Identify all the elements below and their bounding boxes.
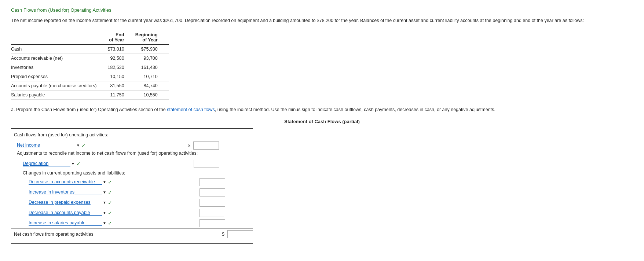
instruction-text: a. Prepare the Cash Flows from (used for… <box>11 107 633 112</box>
depreciation-input[interactable] <box>194 160 219 168</box>
line-item-row-4: Increase in salaries payableDecrease in … <box>11 218 253 228</box>
row-begin: $75,930 <box>135 44 169 54</box>
table-row: Accounts payable (merchandise creditors)… <box>11 81 169 90</box>
table-row: Inventories 182,530 161,430 <box>11 63 169 72</box>
net-income-check: ✓ <box>81 143 86 148</box>
depreciation-dropdown[interactable]: DepreciationAmortization <box>23 161 70 166</box>
col-header-label <box>11 31 107 44</box>
line-item-check-1: ✓ <box>108 190 112 195</box>
line-item-check-4: ✓ <box>108 220 112 226</box>
row-end: $73,010 <box>107 44 135 54</box>
net-income-dropdown-wrapper: Net incomeNet loss ▼ ✓ <box>17 143 86 148</box>
net-cash-row: Net cash flows from operating activities… <box>11 228 253 240</box>
net-income-row: Net incomeNet loss ▼ ✓ $ <box>11 140 253 151</box>
line-item-arrow-2[interactable]: ▼ <box>103 201 106 205</box>
changes-label: Changes in current operating assets and … <box>11 170 253 176</box>
line-item-arrow-4[interactable]: ▼ <box>103 221 106 225</box>
line-item-input-0[interactable] <box>200 178 225 186</box>
row-begin: 10,550 <box>135 90 169 99</box>
row-end: 182,530 <box>107 63 135 72</box>
line-item-dropdown-wrapper-4: Increase in salaries payableDecrease in … <box>29 220 112 226</box>
line-item-dropdown-4[interactable]: Increase in salaries payableDecrease in … <box>29 220 102 226</box>
line-item-dropdown-2[interactable]: Decrease in prepaid expensesIncrease in … <box>29 200 102 205</box>
balance-table: Endof Year Beginningof Year Cash $73,010… <box>11 31 169 100</box>
line-item-dropdown-0[interactable]: Decrease in accounts receivableIncrease … <box>29 179 102 185</box>
row-begin: 93,700 <box>135 54 169 63</box>
net-cash-label: Net cash flows from operating activities <box>14 232 220 237</box>
page-title: Cash Flows from (Used for) Operating Act… <box>11 7 633 13</box>
intro-text: The net income reported on the income st… <box>11 17 633 24</box>
row-begin: 10,710 <box>135 72 169 81</box>
col-header-end: Endof Year <box>107 31 135 44</box>
line-item-row-0: Decrease in accounts receivableIncrease … <box>11 177 253 187</box>
row-end: 81,550 <box>107 81 135 90</box>
depreciation-arrow[interactable]: ▼ <box>71 162 75 166</box>
line-item-arrow-0[interactable]: ▼ <box>103 180 106 184</box>
row-label: Cash <box>11 44 107 54</box>
depreciation-row: DepreciationAmortization ▼ ✓ <box>11 159 253 169</box>
table-row: Cash $73,010 $75,930 <box>11 44 169 54</box>
table-row: Prepaid expenses 10,150 10,710 <box>11 72 169 81</box>
net-income-dollar: $ <box>188 143 190 148</box>
statement-title: Statement of Cash Flows (partial) <box>11 119 633 124</box>
line-item-arrow-1[interactable]: ▼ <box>103 190 106 194</box>
net-income-input[interactable] <box>193 141 219 150</box>
row-end: 11,750 <box>107 90 135 99</box>
line-item-dropdown-1[interactable]: Increase in inventoriesDecrease in inven… <box>29 190 102 195</box>
line-item-input-4[interactable] <box>200 219 225 227</box>
line-item-row-1: Increase in inventoriesDecrease in inven… <box>11 187 253 198</box>
row-end: 10,150 <box>107 72 135 81</box>
row-label: Accounts payable (merchandise creditors) <box>11 81 107 90</box>
row-label: Prepaid expenses <box>11 72 107 81</box>
section-label: Cash flows from (used for) operating act… <box>11 132 253 137</box>
line-item-dropdown-wrapper-2: Decrease in prepaid expensesIncrease in … <box>29 200 112 206</box>
net-cash-dollar: $ <box>222 232 224 237</box>
line-item-dropdown-wrapper-3: Decrease in accounts payableIncrease in … <box>29 210 112 216</box>
line-item-input-2[interactable] <box>200 199 225 207</box>
line-item-input-1[interactable] <box>200 188 225 196</box>
row-begin: 161,430 <box>135 63 169 72</box>
depreciation-dropdown-wrapper: DepreciationAmortization ▼ ✓ <box>23 161 81 167</box>
statement-box: Cash flows from (used for) operating act… <box>11 128 253 244</box>
adjustments-label: Adjustments to reconcile net income to n… <box>11 151 253 156</box>
line-item-input-3[interactable] <box>200 209 225 217</box>
line-item-arrow-3[interactable]: ▼ <box>103 211 106 215</box>
net-cash-input[interactable] <box>227 230 253 238</box>
line-item-check-3: ✓ <box>108 210 112 216</box>
row-begin: 84,740 <box>135 81 169 90</box>
col-header-begin: Beginningof Year <box>135 31 169 44</box>
row-end: 92,580 <box>107 54 135 63</box>
line-item-check-0: ✓ <box>108 179 112 185</box>
table-row: Salaries payable 11,750 10,550 <box>11 90 169 99</box>
depreciation-check: ✓ <box>76 161 81 167</box>
line-item-dropdown-wrapper-0: Decrease in accounts receivableIncrease … <box>29 179 112 185</box>
line-item-row-2: Decrease in prepaid expensesIncrease in … <box>11 198 253 208</box>
net-income-arrow[interactable]: ▼ <box>76 143 80 147</box>
line-item-dropdown-wrapper-1: Increase in inventoriesDecrease in inven… <box>29 190 112 195</box>
cash-flows-link[interactable]: statement of cash flows <box>167 107 215 112</box>
line-item-row-3: Decrease in accounts payableIncrease in … <box>11 208 253 218</box>
net-income-dropdown[interactable]: Net incomeNet loss <box>17 143 76 148</box>
row-label: Inventories <box>11 63 107 72</box>
line-item-check-2: ✓ <box>108 200 112 206</box>
row-label: Salaries payable <box>11 90 107 99</box>
table-row: Accounts receivable (net) 92,580 93,700 <box>11 54 169 63</box>
row-label: Accounts receivable (net) <box>11 54 107 63</box>
line-item-dropdown-3[interactable]: Decrease in accounts payableIncrease in … <box>29 210 102 216</box>
